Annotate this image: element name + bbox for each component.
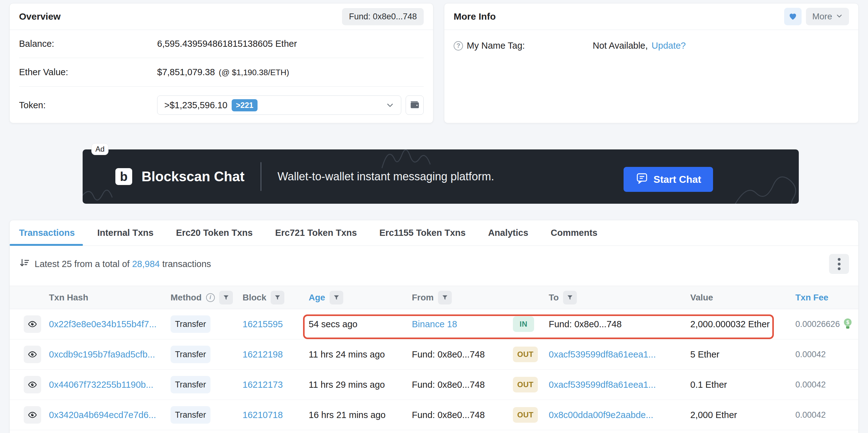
token-dropdown[interactable]: >$1,235,596.10 >221: [157, 95, 401, 115]
to-cell[interactable]: 0xacf539599df8a61eea1...: [549, 349, 690, 360]
table-row: 0x22f3e8e0e34b155b4f7... Transfer 162155…: [10, 309, 858, 339]
value-cell: 0.1 Ether: [690, 380, 795, 390]
tab-analytics[interactable]: Analytics: [488, 220, 528, 246]
method-filter-button[interactable]: [219, 291, 233, 305]
txn-fee-cell: 0.00042 $: [795, 410, 858, 420]
value-cell: 5 Ether: [690, 349, 795, 360]
tab-erc20-token-txns[interactable]: Erc20 Token Txns: [176, 220, 252, 246]
more-button[interactable]: More: [806, 8, 849, 25]
column-to: To: [549, 291, 690, 305]
txn-fee-cell: 0.00042 $: [795, 350, 858, 359]
column-block: Block: [243, 291, 309, 305]
total-transactions-link[interactable]: 28,984: [132, 259, 160, 269]
to-cell: Fund: 0x8e0...748: [549, 319, 690, 329]
question-circle-icon: ?: [454, 41, 463, 51]
block-link[interactable]: 16212173: [243, 380, 309, 390]
block-link[interactable]: 16210718: [243, 410, 309, 420]
token-label: Token:: [19, 100, 157, 110]
eye-icon: [28, 410, 37, 420]
value-cell: 2,000 Ether: [690, 410, 795, 420]
address-badge[interactable]: Fund: 0x8e0...748: [342, 8, 424, 25]
txn-hash-link[interactable]: 0xcdb9c195b7fa9ad5cfb...: [49, 349, 170, 360]
table-body: 0x22f3e8e0e34b155b4f7... Transfer 162155…: [10, 309, 858, 430]
column-from: From: [412, 291, 513, 305]
table-row: 0x44067f732255b1190b... Transfer 1621217…: [10, 370, 858, 400]
txn-hash-link[interactable]: 0x44067f732255b1190b...: [49, 380, 170, 390]
to-cell[interactable]: 0x8c00dda00f9e2aabde...: [549, 410, 690, 420]
more-button-label: More: [812, 11, 832, 22]
summary-prefix: Latest 25 from a total of: [35, 259, 130, 269]
info-circle-icon: i: [206, 293, 215, 302]
method-badge: Transfer: [170, 346, 211, 363]
to-cell[interactable]: 0xacf539599df8a61eea1...: [549, 380, 690, 390]
eye-icon-button[interactable]: [24, 376, 41, 394]
to-filter-button[interactable]: [563, 291, 577, 305]
from-filter-button[interactable]: [438, 291, 452, 305]
age-cell: 11 hrs 29 mins ago: [309, 380, 412, 390]
eye-icon-button[interactable]: [24, 346, 41, 363]
my-name-tag-label: My Name Tag:: [467, 40, 525, 51]
svg-text:$: $: [846, 319, 849, 325]
funnel-icon: [274, 294, 281, 301]
column-age[interactable]: Age: [309, 291, 412, 305]
ether-rate-note: (@ $1,190.38/ETH): [219, 68, 289, 77]
balance-label: Balance:: [19, 39, 157, 49]
tab-comments[interactable]: Comments: [551, 220, 597, 246]
eye-icon-button[interactable]: [24, 406, 41, 424]
blockscan-logo: b: [115, 168, 132, 185]
eye-icon-button[interactable]: [24, 315, 41, 333]
kebab-dot: [838, 263, 841, 265]
sort-icon: [19, 257, 30, 271]
balance-value: 6,595.439594861815138605 Ether: [157, 39, 297, 49]
age-cell: 16 hrs 21 mins ago: [309, 410, 412, 420]
from-cell: Fund: 0x8e0...748: [412, 349, 513, 360]
funnel-icon: [223, 294, 229, 301]
token-row: Token: >$1,235,596.10 >221: [19, 87, 424, 123]
my-name-tag-row: ? My Name Tag: Not Available, Update?: [454, 30, 849, 61]
overview-title: Overview: [19, 11, 61, 22]
eye-icon: [28, 380, 37, 389]
more-info-card: More Info More ? My Name Tag: Not Availa…: [444, 3, 859, 123]
start-chat-button[interactable]: Start Chat: [624, 167, 713, 192]
column-txn-hash: Txn Hash: [49, 293, 170, 302]
wallet-button[interactable]: [406, 95, 424, 115]
txn-hash-link[interactable]: 0x3420a4b694ecd7e7d6...: [49, 410, 170, 420]
tab-erc721-token-txns[interactable]: Erc721 Token Txns: [275, 220, 357, 246]
age-cell: 54 secs ago: [309, 319, 412, 329]
tab-transactions[interactable]: Transactions: [19, 220, 75, 246]
transactions-summary: Latest 25 from a total of 28,984 transac…: [10, 254, 858, 274]
ether-value-label: Ether Value:: [19, 67, 157, 77]
tab-erc1155-token-txns[interactable]: Erc1155 Token Txns: [379, 220, 466, 246]
column-value: Value: [690, 293, 795, 302]
name-tag-value: Not Available,: [593, 40, 648, 51]
gas-bulb-icon: $: [843, 318, 852, 330]
chevron-down-icon: [386, 101, 394, 109]
banner-divider: [261, 162, 261, 191]
ad-label: Ad: [91, 143, 108, 155]
block-link[interactable]: 16215595: [243, 319, 309, 329]
column-method: Method i: [170, 291, 243, 305]
from-cell[interactable]: Binance 18: [412, 319, 513, 329]
block-link[interactable]: 16212198: [243, 349, 309, 360]
tabs: TransactionsInternal TxnsErc20 Token Txn…: [10, 220, 858, 246]
eye-icon: [28, 350, 37, 359]
ad-brand: Blockscan Chat: [142, 169, 244, 184]
txn-hash-link[interactable]: 0x22f3e8e0e34b155b4f7...: [49, 319, 170, 329]
more-info-header: More Info More: [444, 3, 858, 30]
txn-fee-cell: 0.00042 $: [795, 380, 858, 389]
transactions-table: Txn Hash Method i Block Age: [10, 286, 858, 430]
column-txn-fee[interactable]: Txn Fee: [795, 293, 858, 302]
tab-internal-txns[interactable]: Internal Txns: [97, 220, 154, 246]
method-badge: Transfer: [170, 315, 211, 333]
age-filter-button[interactable]: [330, 291, 343, 305]
kebab-dot: [838, 258, 841, 261]
update-link[interactable]: Update?: [652, 40, 686, 51]
block-filter-button[interactable]: [271, 291, 284, 305]
token-dropdown-value: >$1,235,596.10: [164, 100, 227, 110]
kebab-dot: [838, 267, 841, 270]
direction-badge: OUT: [513, 347, 538, 362]
balance-row: Balance: 6,595.439594861815138605 Ether: [19, 30, 424, 58]
ad-banner[interactable]: Ad b Blockscan Chat Wallet-to-wallet ins…: [83, 149, 799, 204]
favorite-button[interactable]: [784, 8, 802, 25]
options-kebab-button[interactable]: [829, 254, 849, 274]
